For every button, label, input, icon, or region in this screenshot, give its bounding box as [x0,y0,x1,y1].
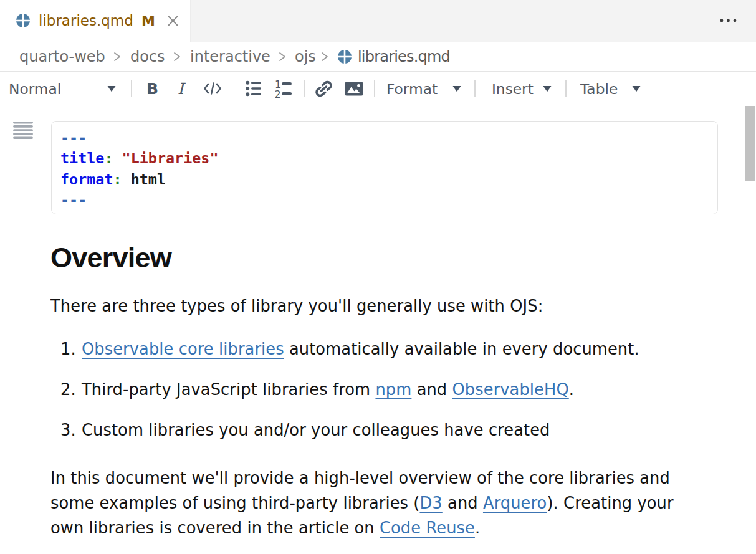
bulleted-list-icon [246,80,262,97]
tab-bar: libraries.qmd M [0,0,756,42]
list-number: 3. [60,423,75,439]
insert-menu[interactable]: Insert [492,72,534,105]
chevron-right-icon [113,42,122,71]
insert-image-button[interactable] [345,72,363,105]
drag-handle-icon[interactable] [13,122,33,139]
italic-button[interactable]: I [178,72,184,105]
tab-label: libraries.qmd [39,13,133,29]
code-token: : [104,150,113,167]
text-segment: and [411,380,452,399]
code-token: format [60,171,113,188]
text-segment: Third-party JavaScript libraries from [82,380,375,399]
caret-down-icon [632,72,641,105]
link[interactable]: D3 [419,494,442,512]
text-segment: In this document we'll provide a high-le… [50,469,670,487]
text-segment: some examples of using third-party libra… [50,494,419,512]
image-icon [345,82,363,96]
bold-button[interactable]: B [146,72,158,105]
yaml-metadata-block[interactable]: --- title: "Libraries" format: html --- [51,121,718,214]
yaml-line: --- [60,190,709,211]
format-menu[interactable]: Format [386,72,438,105]
link[interactable]: npm [375,380,411,399]
italic-icon: I [178,80,184,98]
paragraph-style-dropdown[interactable]: Normal [9,72,61,105]
chevron-right-icon [320,42,329,71]
tab-modified-badge: M [141,13,155,29]
code-token [113,150,122,167]
text-segment: ). Creating your [547,494,673,512]
table-menu[interactable]: Table [580,72,618,105]
insert-menu-label: Insert [492,80,534,97]
insert-link-button[interactable] [315,72,333,105]
code-token: "Libraries" [122,150,219,167]
list-item-text: Custom libraries you and/or your colleag… [82,423,550,439]
caret-down-icon [452,72,461,105]
caret-down-icon [543,72,552,105]
toolbar-separator [131,80,132,97]
list-item-text: Third-party JavaScript libraries from np… [82,382,574,398]
text-segment: and [443,494,483,512]
closing-paragraph-line: In this document we'll provide a high-le… [50,470,670,487]
caret-down-icon [107,72,116,105]
toolbar-separator [565,80,567,97]
text-segment: Custom libraries you and/or your colleag… [82,421,550,439]
numbered-list-icon: 1 2 [274,79,293,98]
text-segment: . [475,518,480,537]
editor-toolbar: Normal B I 1 2 [0,72,756,105]
toolbar-separator [374,80,375,97]
heading-overview: Overview [50,244,171,272]
link[interactable]: Observable core libraries [82,340,284,358]
link[interactable]: Arquero [483,494,547,512]
format-menu-label: Format [386,80,438,97]
code-token: : [113,171,122,188]
yaml-line: title: "Libraries" [60,148,709,169]
intro-paragraph: There are three types of library you'll … [50,298,543,315]
code-token: --- [60,129,87,146]
breadcrumb-item-ojs[interactable]: ojs [295,42,316,71]
breadcrumb-item-file[interactable]: libraries.qmd [358,42,450,71]
text-segment: own libraries is covered in the article … [50,518,380,537]
chevron-right-icon [278,42,287,71]
breadcrumb: quarto-web docs interactive ojs librarie… [0,42,756,72]
close-icon[interactable] [167,15,179,27]
table-menu-label: Table [580,80,618,97]
closing-paragraph-line: own libraries is covered in the article … [50,520,480,537]
list-number: 1. [60,341,75,358]
text-segment: automatically available in every documen… [284,340,639,358]
code-token: html [131,171,166,188]
scrollbar-thumb[interactable] [745,106,755,181]
list-number: 2. [60,382,75,398]
svg-text:2: 2 [275,88,281,98]
more-actions-icon[interactable] [719,16,738,25]
list-item-text: Observable core libraries automatically … [82,341,639,358]
breadcrumb-item-quarto-web[interactable]: quarto-web [19,42,105,71]
code-icon [203,82,222,95]
document-body: --- title: "Libraries" format: html --- … [0,105,756,554]
yaml-line: --- [60,128,709,148]
code-token: --- [60,191,87,209]
toolbar-separator [304,80,305,97]
link-icon [315,80,333,97]
quarto-logo-icon [338,50,352,64]
bold-icon: B [146,80,158,98]
bulleted-list-button[interactable] [246,72,262,105]
chevron-right-icon [173,42,181,71]
toolbar-separator [474,80,476,97]
quarto-logo-icon [16,14,30,27]
link[interactable]: ObservableHQ [452,380,569,399]
link[interactable]: Code Reuse [380,518,475,537]
code-token: title [60,150,104,167]
code-button[interactable] [203,72,222,105]
code-token [122,171,131,188]
numbered-list-button[interactable]: 1 2 [274,72,293,105]
text-segment: . [569,380,574,399]
closing-paragraph-line: some examples of using third-party libra… [50,495,674,512]
yaml-line: format: html [60,170,709,190]
vscode-quarto-visual-editor: libraries.qmd M quarto-web docs interact… [0,0,756,554]
breadcrumb-item-docs[interactable]: docs [130,42,165,71]
breadcrumb-item-interactive[interactable]: interactive [190,42,270,71]
tab-libraries-qmd[interactable]: libraries.qmd M [0,0,191,42]
paragraph-style-value: Normal [9,80,61,97]
